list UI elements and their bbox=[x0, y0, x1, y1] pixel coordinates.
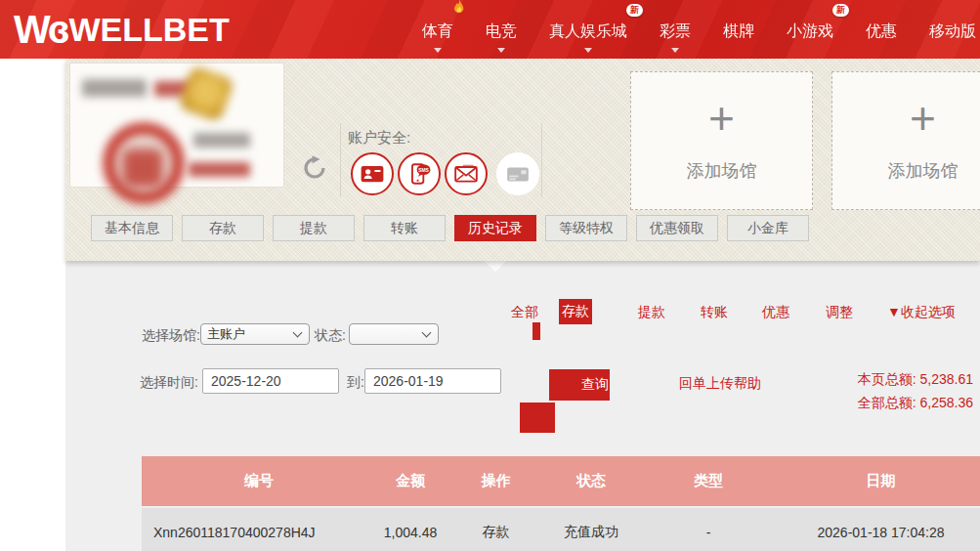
tab-vault[interactable]: 小金库 bbox=[727, 215, 809, 241]
wellbet-logo[interactable]: Wɞ WELLBET bbox=[14, 8, 230, 51]
filter-link-promo[interactable]: 优惠 bbox=[762, 304, 789, 321]
divider bbox=[340, 123, 341, 197]
security-icons-row: SMS bbox=[351, 152, 539, 195]
page-total: 本页总额: 5,238.61 bbox=[858, 367, 973, 391]
page: Wɞ WELLBET 体育 电竞 新 真人娱乐城 bbox=[0, 0, 980, 551]
filter-link-transfer[interactable]: 转账 bbox=[701, 304, 728, 321]
filter-link-all[interactable]: 全部 bbox=[511, 304, 538, 321]
chevron-down-icon bbox=[584, 48, 592, 53]
new-badge: 新 bbox=[832, 4, 849, 17]
plus-icon: + bbox=[910, 99, 936, 138]
tab-promo-claim[interactable]: 优惠领取 bbox=[636, 215, 718, 241]
divider bbox=[541, 123, 542, 197]
new-badge: 新 bbox=[626, 4, 643, 17]
tab-deposit[interactable]: 存款 bbox=[182, 215, 264, 241]
page-total-label: 本页总额: bbox=[858, 371, 916, 387]
tab-history[interactable]: 历史记录 bbox=[454, 215, 536, 241]
add-venue-card[interactable]: + 添加场馆 bbox=[630, 71, 813, 210]
receipt-upload-help-link[interactable]: 回单上传帮助 bbox=[679, 375, 761, 393]
nav-item-lottery[interactable]: 彩票 bbox=[660, 0, 691, 59]
nav-label: 棋牌 bbox=[723, 21, 754, 42]
nav-item-sports[interactable]: 体育 bbox=[422, 0, 453, 59]
venue-select[interactable]: 主账户 bbox=[200, 323, 310, 345]
account-panel: 账户安全: SMS bbox=[65, 59, 980, 261]
tab-basic-info[interactable]: 基本信息 bbox=[91, 215, 173, 241]
filter-link-withdraw[interactable]: 提款 bbox=[638, 304, 665, 321]
header-cell-amount: 金额 bbox=[376, 456, 445, 507]
tab-withdraw[interactable]: 提款 bbox=[273, 215, 355, 241]
bank-card-icon[interactable] bbox=[496, 152, 539, 195]
venue-select-value: 主账户 bbox=[207, 325, 290, 343]
nav-label: 小游戏 bbox=[787, 21, 833, 42]
add-venue-card[interactable]: + 添加场馆 bbox=[831, 71, 980, 210]
filter-link-adjustment[interactable]: 调整 bbox=[826, 304, 853, 321]
main-menu: 体育 电竞 新 真人娱乐城 彩票 棋牌 新 小游戏 bbox=[422, 0, 978, 59]
refresh-balance-button[interactable] bbox=[301, 154, 330, 184]
account-tabs: 基本信息 存款 提款 转账 历史记录 等级特权 优惠领取 小金库 bbox=[91, 215, 809, 241]
blurred-account-line bbox=[193, 133, 250, 148]
collapse-options-link[interactable]: ▼收起选项 bbox=[887, 304, 956, 321]
nav-label: 移动版 bbox=[929, 21, 976, 42]
cell-operation: 存款 bbox=[445, 507, 547, 551]
nav-label: 真人娱乐城 bbox=[549, 21, 627, 42]
cell-amount: 1,004.48 bbox=[376, 507, 445, 551]
nav-item-mini-games[interactable]: 新 小游戏 bbox=[787, 0, 833, 59]
nav-item-board-games[interactable]: 棋牌 bbox=[723, 0, 754, 59]
all-total-value: 6,258.36 bbox=[920, 395, 974, 410]
account-security-label: 账户安全: bbox=[348, 129, 410, 148]
table-row[interactable]: Xnn260118170400278H4J 1,004.48 存款 充值成功 -… bbox=[142, 507, 980, 551]
avatar-blur-core bbox=[122, 148, 163, 188]
red-artifact-square bbox=[520, 403, 555, 433]
chevron-down-icon bbox=[422, 328, 432, 338]
collapse-options-label: 收起选项 bbox=[901, 304, 956, 319]
vip-badge-icon bbox=[178, 65, 235, 123]
add-venue-label: 添加场馆 bbox=[888, 159, 959, 183]
filter-link-deposit[interactable]: 存款 bbox=[559, 299, 592, 324]
nav-item-promotions[interactable]: 优惠 bbox=[866, 0, 897, 59]
cell-type: - bbox=[635, 507, 782, 551]
red-artifact-bar bbox=[533, 322, 540, 340]
search-button[interactable]: 查询 bbox=[549, 369, 610, 401]
flame-icon bbox=[452, 0, 466, 21]
nav-item-mobile-version[interactable]: 移动版 bbox=[929, 0, 976, 59]
history-content: 全部 存款 提款 转账 优惠 调整 ▼收起选项 选择场馆: 主账户 状态: 选择… bbox=[65, 261, 980, 551]
header-cell-date: 日期 bbox=[782, 456, 980, 507]
plus-icon: + bbox=[708, 99, 735, 138]
to-label: 到: bbox=[347, 374, 364, 392]
sms-phone-icon[interactable]: SMS bbox=[398, 152, 441, 195]
chevron-down-icon bbox=[434, 48, 442, 53]
all-total: 全部总额: 6,258.36 bbox=[858, 391, 973, 414]
cell-status: 充值成功 bbox=[547, 507, 635, 551]
table-header-row: 编号 金额 操作 状态 类型 日期 bbox=[142, 456, 980, 507]
cell-transaction-id: Xnn260118170400278H4J bbox=[142, 507, 376, 551]
blurred-username bbox=[82, 79, 147, 97]
blurred-balance-line bbox=[189, 162, 250, 177]
cell-date: 2026-01-18 17:04:28 bbox=[782, 507, 980, 551]
chevron-down-icon bbox=[293, 328, 303, 338]
all-total-label: 全部总额: bbox=[858, 395, 916, 410]
tab-vip-privileges[interactable]: 等级特权 bbox=[545, 215, 627, 241]
nav-label: 体育 bbox=[422, 21, 453, 42]
add-venue-label: 添加场馆 bbox=[687, 159, 757, 183]
tab-transfer[interactable]: 转账 bbox=[363, 215, 446, 241]
nav-label: 优惠 bbox=[866, 21, 897, 42]
id-card-icon[interactable] bbox=[351, 152, 394, 195]
status-select-label: 状态: bbox=[315, 327, 346, 345]
header-cell-operation: 操作 bbox=[445, 456, 547, 507]
nav-label: 彩票 bbox=[660, 21, 691, 42]
nav-item-live-casino[interactable]: 新 真人娱乐城 bbox=[549, 0, 627, 59]
time-range-label: 选择时间: bbox=[140, 374, 198, 392]
date-to-input[interactable] bbox=[364, 368, 501, 394]
chevron-down-icon bbox=[497, 48, 505, 53]
page-total-value: 5,238.61 bbox=[920, 371, 974, 387]
mail-icon[interactable] bbox=[445, 152, 488, 195]
svg-text:SMS: SMS bbox=[418, 167, 429, 173]
history-table: 编号 金额 操作 状态 类型 日期 Xnn260118170400278H4J … bbox=[142, 456, 980, 551]
header-cell-id: 编号 bbox=[142, 456, 376, 507]
chevron-down-icon bbox=[671, 48, 679, 53]
date-from-input[interactable] bbox=[202, 368, 339, 394]
header-cell-status: 状态 bbox=[547, 456, 635, 507]
status-select[interactable] bbox=[349, 323, 439, 345]
nav-item-esports[interactable]: 电竞 bbox=[486, 0, 517, 59]
triangle-down-icon: ▼ bbox=[887, 304, 901, 319]
